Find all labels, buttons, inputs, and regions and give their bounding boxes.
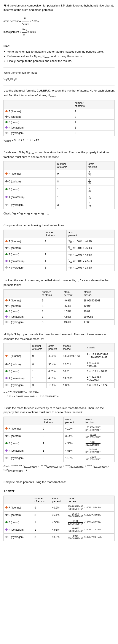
- mass-k4: 39.0983: [82, 314, 115, 320]
- el-c6: C (carbon): [4, 432, 41, 440]
- at-c5: 8: [30, 360, 47, 369]
- col-el-6: [4, 416, 41, 425]
- el-c4: C (carbon): [4, 303, 40, 308]
- at-b2: 1: [56, 186, 87, 193]
- at-c7: 8: [33, 511, 50, 519]
- mf-c6: 96.088 320.005928467: [84, 432, 114, 440]
- col-mpct-7: masspercent: [66, 496, 115, 504]
- el-k5: K (potassium): [4, 374, 30, 382]
- divider-6: [3, 275, 115, 275]
- at-k6: 1: [41, 447, 63, 454]
- el-k6: K (potassium): [4, 447, 41, 454]
- pct-h6: 13.6%: [63, 454, 84, 462]
- dot-f4: [5, 299, 7, 302]
- mass-f5: 9 × 18.998403163= 170.985628467: [85, 352, 114, 360]
- divider-1: [3, 41, 115, 41]
- col-pct-3: atompercent: [67, 230, 115, 238]
- atomic-mass-section: Look up the atomic mass, mi, in unified …: [3, 278, 115, 325]
- dot-h6: [5, 457, 7, 459]
- mass-h4: 1.008: [82, 320, 115, 325]
- mf-h6: 3.024 320.005928467: [84, 454, 114, 462]
- table-row: K (potassium) 1 122: [4, 193, 115, 201]
- dot-h3: [5, 266, 7, 268]
- table-row: F (fluorine) 9 40.9% 18.998403163 9 × 18…: [4, 352, 115, 360]
- table-row: B (boron) 1 4.55% 10.81 320.005928467 × …: [4, 519, 115, 526]
- at-c3: 8: [43, 245, 67, 251]
- at-c2: 8: [56, 178, 87, 186]
- table-row: H (hydrogen) 3 13.6% 1.008 3 × 1.008 = 3…: [4, 382, 115, 388]
- amass-h5: 1.008: [61, 382, 85, 388]
- dot-k2: [5, 196, 7, 198]
- at-c6: 8: [41, 432, 63, 440]
- at-b7: 1: [33, 519, 50, 526]
- el-c2: C (carbon): [4, 178, 56, 186]
- table-row: K (potassium) 1 4.55% 39.0983 320.005928…: [4, 447, 115, 454]
- dot-b5: [5, 370, 7, 372]
- table-row: B (boron) 1 122: [4, 186, 115, 193]
- atom-fraction-intro: Divide each Ni by Natoms to calculate at…: [3, 150, 115, 159]
- dot-k3: [5, 260, 7, 262]
- at-h4: 3: [40, 320, 62, 325]
- plan-step-3: Finally, compute the percents and check …: [7, 59, 115, 64]
- atom-fraction-section: Divide each Ni by Natoms to calculate at…: [3, 150, 115, 216]
- plan-step-2: Determine values for Ni, mi, Natoms and …: [7, 54, 115, 59]
- at-f4: 9: [40, 298, 62, 303]
- dot-b6: [5, 442, 7, 444]
- col-el-4: [4, 289, 40, 298]
- col-mf-6: massfraction: [84, 416, 114, 425]
- frac-f: 922: [87, 170, 115, 178]
- frac-k: 122: [87, 193, 115, 201]
- mpct-b7: 10.81 320.005928467 × 100% = 3.378%: [66, 519, 115, 526]
- n-atoms-calc: Natoms = 9 + 8 + 1 + 1 + 3 = 22: [3, 138, 115, 143]
- table-row: C (carbon) 8 822: [4, 178, 115, 186]
- dot-b: [5, 121, 7, 123]
- mass-k5: 1 × 39.0983= 39.0983: [85, 374, 114, 382]
- table-row: C (carbon) 8 36.4% 12.011: [4, 303, 115, 308]
- col-pct-5: atompercent: [47, 344, 61, 352]
- table1-section: Use the chemical formula, C8H3BF9K, to c…: [3, 88, 115, 143]
- title-text: Find the elemental composition for potas…: [3, 4, 115, 12]
- at-b3: 1: [43, 251, 67, 258]
- mass-percent-formula: mass percent = Nimim × 100%: [3, 28, 115, 37]
- table-row: K (potassium) 1: [4, 125, 115, 130]
- col-at-4: numberof atoms: [40, 289, 62, 298]
- pct-b5: 4.55%: [47, 369, 61, 374]
- table-row: F (fluorine) 9 40.9% 170.985628467 320.0…: [4, 504, 115, 511]
- el-b6: B (boron): [4, 440, 41, 447]
- answer-table: numberof atoms atompercent masspercent F…: [3, 496, 115, 541]
- apct-b7: 4.55%: [50, 519, 66, 526]
- col-atoms-2: numberof atoms: [56, 162, 87, 170]
- divider-4: [3, 147, 115, 147]
- mass-h5: 3 × 1.008 = 3.024: [85, 382, 114, 388]
- mass-fraction-section: Divide the mass for each element by m to…: [3, 406, 115, 473]
- dot-f2: [5, 172, 7, 175]
- table-row: B (boron) 1 1⁄22 × 100% = 4.55%: [4, 251, 115, 258]
- plan-step-1: Write the chemical formula and gather at…: [7, 50, 115, 54]
- dot-f3: [5, 240, 7, 242]
- dot-f: [5, 110, 7, 112]
- col-atoms: numberof atoms: [73, 100, 114, 109]
- dot-b7: [5, 521, 7, 523]
- atom-percent-table: numberof atoms atompercent F (fluorine) …: [3, 230, 115, 271]
- mf-b6: 10.81 320.005928467: [84, 440, 114, 447]
- table1-intro: Use the chemical formula, C8H3BF9K, to c…: [3, 88, 115, 98]
- atom-percent-section: Compute atom percents using the atom fra…: [3, 223, 115, 271]
- table-row: H (hydrogen) 3: [4, 130, 115, 136]
- el-b4: B (boron): [4, 308, 40, 314]
- el-b2: B (boron): [4, 186, 56, 193]
- atom-percent-intro: Compute atom percents using the atom fra…: [3, 223, 115, 228]
- table-row: K (potassium) 1 4.55% 39.0983 1 × 39.098…: [4, 374, 115, 382]
- atoms-count-table: numberof atoms F (fluorine) 9 C (carbon)…: [3, 100, 115, 136]
- dot-f5: [5, 355, 7, 357]
- multiply-intro: Multiply Ni by mi to compute the mass fo…: [3, 332, 115, 341]
- dot-k6: [5, 450, 7, 452]
- divider-5: [3, 220, 115, 220]
- mass-b4: 10.81: [82, 308, 115, 314]
- table-row: H (hydrogen) 3 13.6% 3.024 320.005928467: [4, 454, 115, 462]
- col-el-3: [4, 230, 43, 238]
- at-f3: 9: [43, 238, 67, 244]
- frac-h: 322: [87, 201, 115, 209]
- table-row: F (fluorine) 9 922: [4, 170, 115, 178]
- table-row: B (boron) 1 4.55% 10.81 320.005928467: [4, 440, 115, 447]
- table-row: F (fluorine) 9: [4, 109, 115, 114]
